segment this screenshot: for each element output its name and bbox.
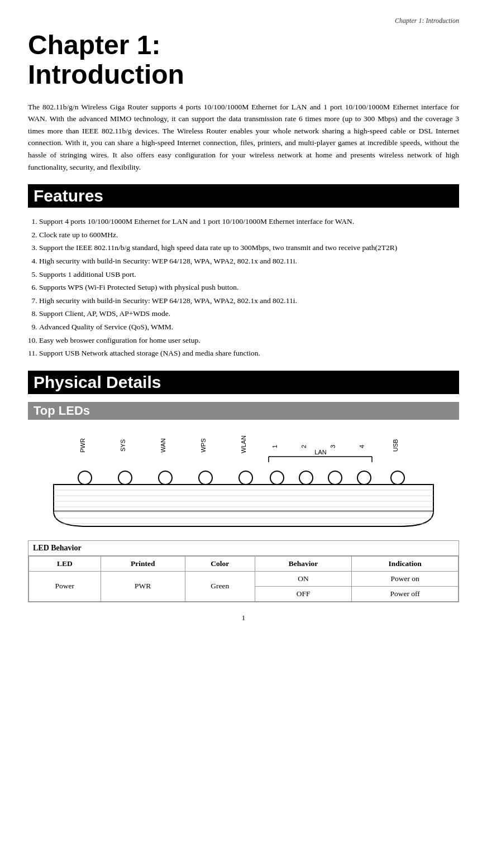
svg-text:PWR: PWR [79,438,86,453]
col-header-color: Color [185,556,255,571]
svg-text:LAN: LAN [314,449,326,455]
svg-point-16 [159,471,172,485]
led-behavior-header: LED Behavior [28,541,459,556]
led-name-cell: Power [29,571,101,601]
svg-text:SYS: SYS [120,439,126,452]
svg-text:WAN: WAN [160,438,166,452]
led-behavior-off: OFF [255,586,352,601]
intro-paragraph: The 802.11b/g/n Wireless Giga Router sup… [28,101,459,174]
chapter-title: Chapter 1: Introduction [28,31,459,90]
led-indication-off: Power off [352,586,459,601]
svg-point-18 [239,471,252,485]
svg-text:3: 3 [330,445,336,448]
physical-section-header: Physical Details [28,371,459,394]
page-header: Chapter 1: Introduction [28,17,459,25]
page-number: 1 [28,613,459,622]
svg-point-21 [328,471,342,485]
svg-point-22 [357,471,371,485]
led-behavior-on: ON [255,571,352,586]
list-item: Clock rate up to 600MHz. [39,229,459,241]
svg-rect-24 [54,485,433,511]
led-indication-on: Power on [352,571,459,586]
top-leds-header: Top LEDs [28,402,459,420]
svg-point-15 [118,471,132,485]
router-diagram: PWR SYS WAN WPS WLAN 1 2 3 4 USB LAN [28,429,459,529]
svg-point-20 [299,471,313,485]
features-list: Support 4 ports 10/100/1000M Ethernet fo… [39,215,459,359]
svg-point-17 [199,471,212,485]
svg-text:1: 1 [271,445,278,448]
svg-text:USB: USB [392,439,399,452]
list-item: Supports WPS (Wi-Fi Protected Setup) wit… [39,281,459,294]
svg-text:2: 2 [300,445,307,448]
list-item: Easy web broswer configuration for home … [39,334,459,347]
list-item: Support 4 ports 10/100/1000M Ethernet fo… [39,215,459,228]
list-item: High security with build-in Security: WE… [39,255,459,267]
led-table: LED Printed Color Behavior Indication Po… [28,556,459,602]
features-section-header: Features [28,184,459,208]
col-header-printed: Printed [101,556,185,571]
led-behavior-table-wrapper: LED Behavior LED Printed Color Behavior … [28,540,459,602]
list-item: Supports 1 additional USB port. [39,268,459,281]
led-color-cell: Green [185,571,255,601]
chapter-title-line2: Introduction [28,60,184,89]
router-svg: PWR SYS WAN WPS WLAN 1 2 3 4 USB LAN [42,429,445,529]
page: Chapter 1: Introduction Chapter 1: Intro… [0,0,487,868]
list-item: Support Client, AP, WDS, AP+WDS mode. [39,308,459,320]
svg-point-14 [78,471,92,485]
svg-text:4: 4 [359,445,365,448]
col-header-led: LED [29,556,101,571]
list-item: Support USB Network attached storage (NA… [39,347,459,359]
col-header-indication: Indication [352,556,459,571]
led-printed-cell: PWR [101,571,185,601]
svg-text:WPS: WPS [200,438,207,452]
svg-text:WLAN: WLAN [240,435,247,453]
list-item: Support the IEEE 802.11n/b/g standard, h… [39,242,459,254]
list-item: Advanced Quality of Service (QoS), WMM. [39,321,459,333]
chapter-title-line1: Chapter 1: [28,30,160,60]
svg-point-19 [270,471,284,485]
list-item: High security with build-in Security: WE… [39,295,459,307]
col-header-behavior: Behavior [255,556,352,571]
svg-point-23 [391,471,404,485]
table-row: Power PWR Green ON Power on [29,571,459,586]
